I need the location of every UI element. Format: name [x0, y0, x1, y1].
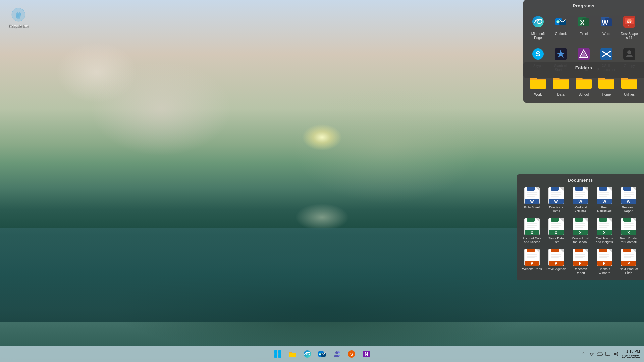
doc-icon-next-product-pitch[interactable]: P Next Product Pitch: [617, 248, 640, 276]
time-display: 1:18 PM: [622, 349, 640, 354]
app-icon-deskscapes[interactable]: DS 11 DeskScapes 11: [619, 12, 640, 41]
doc-image-cookout-winners: P: [597, 249, 612, 266]
programs-panel-title: Programs: [527, 3, 640, 8]
folders-panel: Folders Work Data School: [523, 62, 644, 103]
folder-icon-work[interactable]: Work: [527, 74, 549, 98]
doc-label-stock-data: Stock Data Lists: [546, 236, 567, 244]
stardock-taskbar-button[interactable]: S: [345, 347, 358, 361]
doc-icon-research-report-ppt[interactable]: P Research Report: [569, 248, 592, 276]
doc-image-team-roster: X: [621, 218, 636, 235]
doc-image-next-product-pitch: P: [621, 249, 636, 266]
sun-glow: [302, 124, 342, 151]
app-icon-image-xsplit: [598, 45, 615, 63]
folder-label-work: Work: [534, 93, 542, 97]
app-icon-label-word: Word: [602, 32, 610, 36]
folder-label-school: School: [579, 93, 589, 97]
app-icon-label-microsoft-edge: Microsoft Edge: [529, 32, 547, 40]
doc-image-contact-list: X: [573, 218, 588, 235]
recycle-bin-icon[interactable]: Recycle Bin: [7, 7, 30, 28]
app-icon-label-excel: Excel: [580, 32, 588, 36]
onenote-taskbar-button[interactable]: N: [360, 347, 373, 361]
taskbar-time[interactable]: 1:18 PM 10/11/2021: [622, 349, 640, 359]
app-icon-image-groupy: [621, 45, 638, 63]
doc-label-account-data: Account Data and Access: [522, 236, 542, 244]
svg-rect-30: [274, 354, 277, 358]
folder-image-data: [552, 75, 570, 91]
doc-image-account-data: X: [524, 218, 540, 235]
tray-display[interactable]: [605, 351, 611, 357]
doc-icon-rule-sheet[interactable]: W Rule Sheet: [521, 186, 543, 214]
doc-image-stock-data: X: [548, 218, 564, 235]
documents-panel-title: Documents: [521, 178, 640, 183]
folders-grid: Work Data School Home: [527, 74, 640, 98]
app-icon-label-deskscapes: DeskScapes 11: [620, 32, 639, 40]
documents-panel: Documents W Rule Sheet W: [517, 174, 644, 280]
tray-cloud[interactable]: [597, 351, 603, 357]
doc-icon-directions-home[interactable]: W Directions Home: [545, 186, 568, 214]
doc-label-team-roster: Team Roster for Football: [618, 236, 639, 244]
doc-icon-account-data[interactable]: X Account Data and Access: [521, 217, 543, 245]
doc-image-directions-home: W: [548, 187, 564, 204]
svg-text:O: O: [319, 353, 321, 355]
doc-icon-stock-data[interactable]: X Stock Data Lists: [545, 217, 568, 245]
doc-label-fruit-narratives: Fruit Narratives: [594, 205, 615, 213]
folder-image-work: [529, 75, 547, 91]
system-tray: ⌃: [581, 349, 640, 359]
folder-icon-utilities[interactable]: Utilities: [619, 74, 640, 98]
folder-icon-data[interactable]: Data: [550, 74, 572, 98]
app-icon-word[interactable]: W Word: [596, 12, 617, 41]
folders-panel-title: Folders: [527, 65, 640, 70]
doc-image-website-reqs: P: [524, 249, 540, 266]
app-icon-image-stardock: [552, 45, 570, 63]
start-button[interactable]: [271, 347, 284, 361]
doc-image-rule-sheet: W: [524, 187, 540, 204]
folder-label-utilities: Utilities: [624, 93, 635, 97]
taskbar-icons: O S N: [271, 347, 373, 361]
tray-volume[interactable]: [613, 351, 619, 357]
taskbar: O S N ⌃: [0, 346, 644, 362]
doc-icon-weekend-activities[interactable]: W Weekend Activites: [569, 186, 592, 214]
svg-text:X: X: [580, 19, 585, 26]
app-icon-image-affinity-photo: [575, 45, 592, 63]
app-icon-excel[interactable]: X Excel: [573, 12, 594, 41]
doc-icon-research-report[interactable]: W Research Report: [617, 186, 640, 214]
doc-icon-team-roster[interactable]: X Team Roster for Football: [617, 217, 640, 245]
folder-icon-school[interactable]: School: [573, 74, 594, 98]
svg-rect-25: [605, 53, 608, 55]
doc-icon-contact-list[interactable]: X Contact List for School: [569, 217, 592, 245]
doc-image-dashboards: X: [597, 218, 612, 235]
recycle-bin-label: Recycle Bin: [7, 24, 30, 28]
svg-rect-31: [278, 354, 281, 358]
app-icon-microsoft-edge[interactable]: Microsoft Edge: [527, 12, 549, 41]
doc-image-research-report: W: [621, 187, 636, 204]
tray-chevron[interactable]: ⌃: [581, 351, 587, 357]
doc-icon-website-reqs[interactable]: P Website Reqs: [521, 248, 543, 276]
svg-text:11: 11: [628, 24, 631, 27]
folder-label-data: Data: [557, 93, 564, 97]
svg-text:N: N: [365, 351, 368, 357]
app-icon-image-microsoft-edge: [529, 13, 547, 31]
app-icon-outlook[interactable]: O Outlook: [550, 12, 572, 41]
svg-point-38: [335, 351, 338, 354]
file-explorer-button[interactable]: [286, 347, 299, 361]
edge-taskbar-button[interactable]: [301, 347, 314, 361]
teams-taskbar-button[interactable]: [330, 347, 343, 361]
app-icon-image-word: W: [598, 13, 615, 31]
doc-label-directions-home: Directions Home: [546, 205, 567, 213]
folder-label-home: Home: [602, 93, 611, 97]
doc-icon-cookout-winners[interactable]: P Cookout Winners: [593, 248, 616, 276]
doc-icon-travel-agenda[interactable]: P Travel Agenda: [545, 248, 568, 276]
svg-text:S: S: [536, 50, 541, 58]
doc-icon-dashboards[interactable]: X Dashboards and Insights: [593, 217, 616, 245]
doc-label-research-report: Research Report: [618, 205, 639, 213]
folder-icon-home[interactable]: Home: [596, 74, 617, 98]
recycle-bin-image: [10, 7, 26, 23]
outlook-taskbar-button[interactable]: O: [315, 347, 329, 361]
date-display: 10/11/2021: [622, 354, 640, 359]
svg-point-39: [338, 351, 340, 353]
app-icon-label-outlook: Outlook: [555, 32, 567, 36]
doc-image-research-report-ppt: P: [573, 249, 588, 266]
svg-rect-29: [278, 350, 281, 354]
tray-wifi[interactable]: [589, 351, 595, 357]
doc-icon-fruit-narratives[interactable]: W Fruit Narratives: [593, 186, 616, 214]
